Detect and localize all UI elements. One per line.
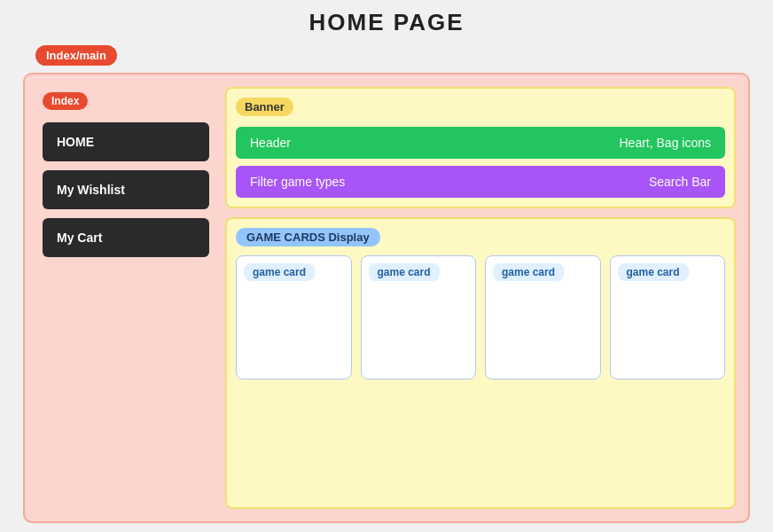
page-title: HOME PAGE [309,9,465,36]
filter-left-text: Filter game types [250,175,345,189]
game-card-4[interactable]: game card [610,255,726,379]
game-card-1[interactable]: game card [236,255,352,379]
game-card-4-label: game card [618,263,689,281]
nav-home-button[interactable]: HOME [43,122,209,161]
header-left-text: Header [250,136,291,150]
main-content: Banner Header Heart, Bag icons Filter ga… [225,87,736,509]
game-card-3-label: game card [493,263,564,281]
cards-display-label: GAME CARDS Display [236,228,380,246]
game-card-2-label: game card [369,263,440,281]
search-bar-text: Search Bar [649,175,711,189]
sidebar: Index HOME My Wishlist My Cart [37,87,215,509]
filter-bar: Filter game types Search Bar [236,166,725,198]
nav-wishlist-button[interactable]: My Wishlist [43,170,209,209]
game-card-2[interactable]: game card [361,255,477,379]
nav-cart-button[interactable]: My Cart [43,218,209,257]
game-card-3[interactable]: game card [485,255,601,379]
game-card-1-label: game card [244,263,315,281]
main-layout: Index HOME My Wishlist My Cart Banner He… [23,73,750,523]
index-main-badge: Index/main [35,45,117,66]
banner-container: Banner Header Heart, Bag icons Filter ga… [225,87,736,208]
cards-container: GAME CARDS Display game card game card g… [225,217,736,509]
banner-label: Banner [236,98,293,116]
header-right-icons: Heart, Bag icons [620,136,712,150]
header-bar: Header Heart, Bag icons [236,127,725,159]
cards-grid: game card game card game card game card [236,255,725,379]
index-badge: Index [43,92,88,110]
